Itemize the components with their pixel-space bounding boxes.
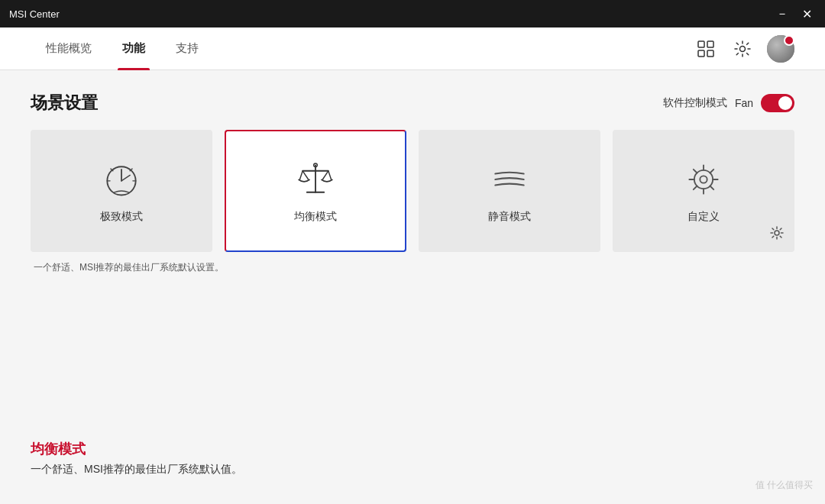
mode-card-balanced[interactable]: 均衡模式: [225, 130, 406, 252]
mode-cards: 极致模式: [31, 130, 794, 252]
svg-rect-2: [698, 50, 704, 57]
svg-point-19: [700, 176, 707, 183]
svg-rect-1: [707, 41, 713, 47]
section-title: 场景设置: [31, 92, 98, 115]
page-content: 场景设置 软件控制模式 Fan: [0, 70, 825, 504]
avatar-image: [767, 35, 794, 63]
control-row: 软件控制模式 Fan: [663, 94, 794, 112]
card-hint: 一个舒适、MSI推荐的最佳出厂系统默认设置。: [34, 261, 794, 274]
tabbar-right: [694, 35, 794, 63]
mode-card-silent[interactable]: 静音模式: [419, 130, 600, 252]
svg-line-13: [299, 171, 302, 179]
control-label: 软件控制模式: [663, 96, 727, 110]
tab-features[interactable]: 功能: [107, 27, 160, 70]
grid-icon[interactable]: [694, 37, 718, 61]
balanced-icon: [294, 158, 337, 201]
tabbar: 性能概览 功能 支持: [0, 27, 825, 70]
custom-icon: [682, 158, 725, 201]
bottom-info: 均衡模式 一个舒适、MSI推荐的最佳出厂系统默认值。: [31, 440, 242, 477]
custom-gear-icon[interactable]: [770, 226, 784, 243]
bottom-mode-title: 均衡模式: [31, 440, 242, 458]
app-title: MSI Center: [9, 8, 60, 20]
bottom-mode-desc: 一个舒适、MSI推荐的最佳出厂系统默认值。: [31, 463, 242, 477]
extreme-label: 极致模式: [100, 210, 143, 224]
silent-icon: [488, 158, 531, 201]
fan-label: Fan: [735, 97, 753, 109]
custom-label: 自定义: [688, 210, 720, 224]
silent-label: 静音模式: [488, 210, 531, 224]
svg-rect-3: [707, 50, 713, 57]
section-header: 场景设置 软件控制模式 Fan: [31, 92, 794, 115]
svg-point-20: [775, 231, 779, 235]
app-container: 性能概览 功能 支持: [0, 27, 825, 504]
balanced-label: 均衡模式: [294, 210, 337, 224]
avatar[interactable]: [767, 35, 794, 63]
close-button[interactable]: ✕: [798, 5, 816, 23]
mode-card-custom[interactable]: 自定义: [613, 130, 794, 252]
svg-rect-0: [698, 41, 704, 47]
extreme-icon: [100, 158, 143, 201]
mode-card-extreme[interactable]: 极致模式: [31, 130, 212, 252]
minimize-button[interactable]: －: [773, 5, 791, 23]
svg-point-4: [740, 46, 746, 51]
fan-toggle[interactable]: [761, 94, 794, 112]
svg-line-15: [322, 171, 328, 179]
watermark: 值 什么值得买: [755, 479, 813, 492]
settings-icon[interactable]: [730, 37, 755, 61]
tab-support[interactable]: 支持: [160, 27, 214, 70]
tab-performance[interactable]: 性能概览: [31, 27, 107, 70]
titlebar: MSI Center － ✕: [0, 0, 825, 27]
svg-line-16: [328, 171, 332, 179]
svg-line-14: [302, 171, 308, 179]
titlebar-controls: － ✕: [773, 5, 816, 23]
